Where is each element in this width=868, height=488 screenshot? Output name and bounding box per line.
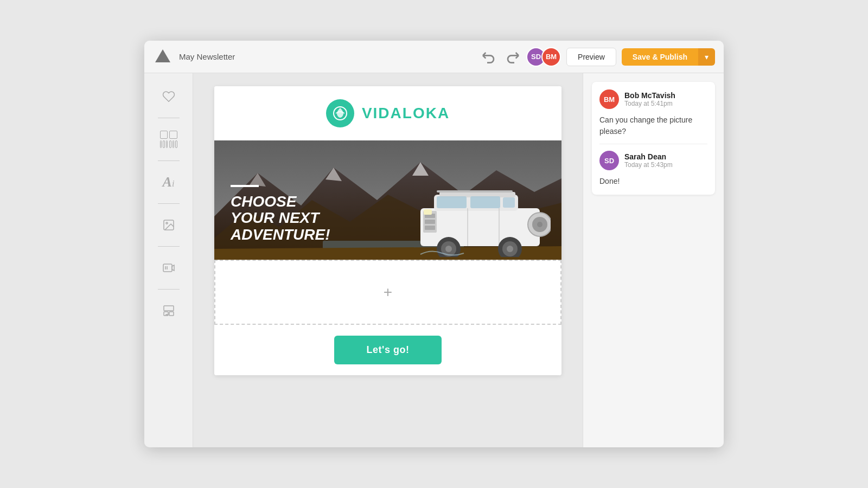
app-window: May Newsletter SD BM Preview Sav — [144, 41, 724, 447]
svg-rect-9 — [164, 306, 174, 311]
svg-point-34 — [537, 222, 542, 227]
svg-rect-29 — [425, 220, 435, 224]
sidebar-video-button[interactable] — [154, 253, 183, 282]
sidebar-divider-2 — [158, 160, 180, 161]
sidebar-favorites-button[interactable] — [154, 82, 183, 111]
comment-2-text: Done! — [599, 176, 707, 187]
comment-1-header: BM Bob McTavish Today at 5:41pm — [599, 89, 707, 109]
svg-rect-41 — [437, 190, 513, 192]
redo-button[interactable] — [503, 48, 521, 66]
comment-2-time: Today at 5:43pm — [624, 161, 673, 169]
hero-line-1: Choose — [231, 194, 330, 210]
header: May Newsletter SD BM Preview Sav — [144, 41, 724, 73]
email-brand-header: VIDALOKA — [214, 86, 561, 140]
svg-rect-19 — [420, 208, 540, 246]
comment-separator — [599, 144, 707, 144]
svg-rect-31 — [424, 209, 432, 215]
hero-line-2: Your Next — [231, 210, 330, 227]
comment-1-text: Can you change the picture please? — [599, 114, 707, 137]
svg-rect-23 — [470, 196, 500, 208]
save-publish-group: Save & Publish ▾ — [622, 48, 715, 66]
sidebar-divider-4 — [158, 246, 180, 247]
hero-line-3: Adventure! — [231, 227, 330, 243]
sidebar-layout-button[interactable] — [154, 125, 183, 154]
chevron-down-icon: ▾ — [705, 53, 709, 61]
comment-1-initials: BM — [604, 95, 615, 104]
brand-name: VIDALOKA — [362, 105, 450, 122]
email-canvas: VIDALOKA — [214, 86, 561, 375]
comment-1-avatar: BM — [599, 89, 619, 109]
undo-button[interactable] — [481, 48, 498, 66]
text-ai-icon: Ai — [163, 175, 175, 189]
sidebar-divider-1 — [158, 118, 180, 118]
save-publish-button[interactable]: Save & Publish — [622, 48, 698, 66]
comment-1-time: Today at 5:41pm — [624, 100, 675, 107]
canvas-area[interactable]: VIDALOKA — [193, 73, 583, 447]
sidebar-text-button[interactable]: Ai — [154, 168, 183, 197]
comments-card: BM Bob McTavish Today at 5:41pm Can you … — [592, 82, 715, 195]
hero-text-block: Choose Your Next Adventure! — [231, 185, 330, 243]
cta-button[interactable]: Let's go! — [334, 336, 442, 364]
svg-point-40 — [507, 246, 513, 252]
comment-1-author: Bob McTavish — [624, 91, 675, 100]
document-title: May Newsletter — [179, 52, 481, 61]
hero-image: Choose Your Next Adventure! — [214, 140, 561, 260]
svg-marker-1 — [156, 52, 169, 61]
svg-rect-8 — [169, 312, 174, 316]
collaborators-avatars: SD BM — [526, 47, 561, 67]
svg-rect-4 — [163, 264, 172, 272]
cta-section: Let's go! — [214, 325, 561, 375]
add-block-area[interactable]: + — [214, 260, 561, 325]
sidebar-divider-5 — [158, 289, 180, 290]
right-panel: BM Bob McTavish Today at 5:41pm Can you … — [583, 73, 724, 447]
comment-2-header: SD Sarah Dean Today at 5:43pm — [599, 151, 707, 170]
app-logo — [153, 47, 173, 67]
svg-rect-30 — [425, 226, 435, 230]
hero-text-line — [231, 185, 259, 187]
comment-2-author: Sarah Dean — [624, 152, 673, 161]
svg-point-3 — [166, 222, 168, 224]
left-sidebar: Ai — [144, 73, 193, 447]
body-area: Ai — [144, 73, 724, 447]
add-block-container: Ai + — [214, 260, 561, 325]
preview-button[interactable]: Preview — [566, 48, 616, 66]
sidebar-image-button[interactable] — [154, 210, 183, 240]
hero-headline: Choose Your Next Adventure! — [231, 194, 330, 243]
comment-2-avatar: SD — [599, 151, 619, 170]
svg-point-37 — [445, 246, 452, 252]
sidebar-widget-button[interactable] — [154, 296, 183, 325]
comment-2-initials: SD — [604, 157, 614, 165]
brand-logo-circle — [326, 99, 354, 127]
comment-2-meta: Sarah Dean Today at 5:43pm — [624, 152, 673, 169]
svg-rect-22 — [437, 196, 467, 208]
svg-rect-24 — [503, 197, 515, 208]
sidebar-divider-3 — [158, 203, 180, 204]
comment-1-meta: Bob McTavish Today at 5:41pm — [624, 91, 675, 107]
save-dropdown-button[interactable]: ▾ — [698, 48, 715, 66]
avatar-bm: BM — [541, 47, 561, 67]
header-actions: SD BM Preview Save & Publish ▾ — [481, 47, 715, 67]
add-block-plus-icon: + — [384, 284, 392, 301]
